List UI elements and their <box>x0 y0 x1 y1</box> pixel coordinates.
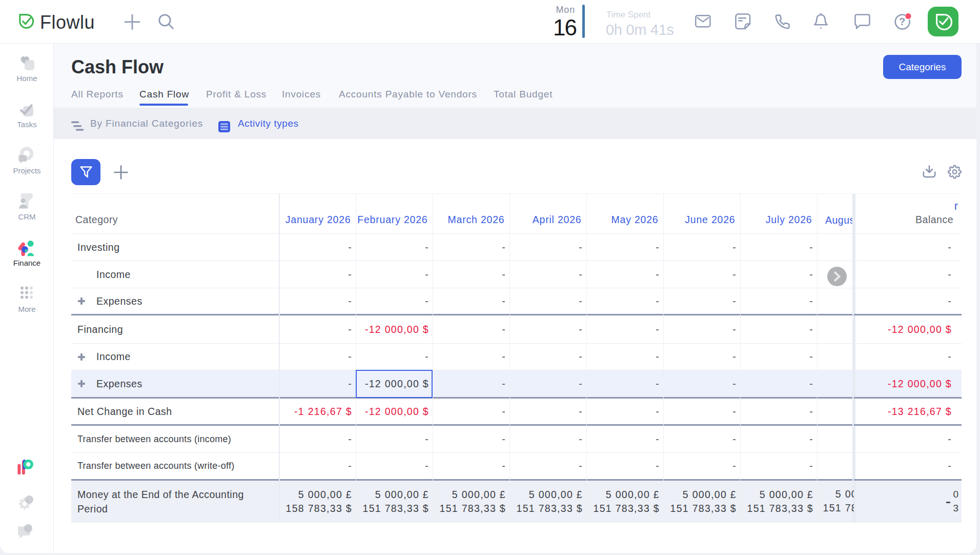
svg-text:?: ? <box>899 16 905 27</box>
